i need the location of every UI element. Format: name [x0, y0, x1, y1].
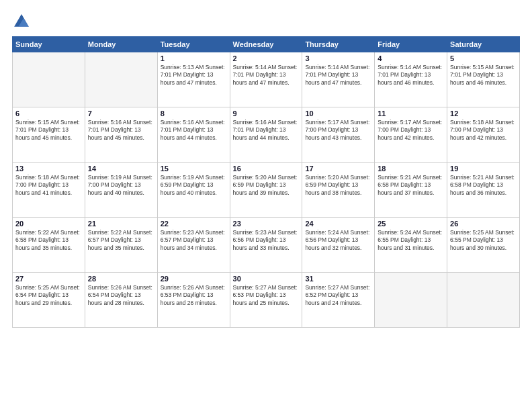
day-info: Sunrise: 5:20 AM Sunset: 6:59 PM Dayligh… — [305, 174, 371, 197]
calendar-day-cell: 23Sunrise: 5:23 AM Sunset: 6:56 PM Dayli… — [230, 218, 302, 273]
calendar-day-cell: 19Sunrise: 5:21 AM Sunset: 6:58 PM Dayli… — [447, 163, 520, 218]
day-info: Sunrise: 5:18 AM Sunset: 7:00 PM Dayligh… — [15, 174, 82, 197]
day-number: 19 — [450, 165, 517, 173]
day-number: 9 — [233, 109, 300, 118]
day-info: Sunrise: 5:15 AM Sunset: 7:01 PM Dayligh… — [450, 64, 517, 87]
day-info: Sunrise: 5:20 AM Sunset: 6:59 PM Dayligh… — [233, 174, 300, 197]
calendar-day-cell: 22Sunrise: 5:23 AM Sunset: 6:57 PM Dayli… — [157, 218, 230, 273]
weekday-header: Wednesday — [230, 37, 302, 52]
weekday-header: Sunday — [13, 37, 85, 52]
calendar-week-row: 20Sunrise: 5:22 AM Sunset: 6:58 PM Dayli… — [13, 218, 520, 273]
calendar-week-row: 6Sunrise: 5:15 AM Sunset: 7:01 PM Daylig… — [13, 107, 520, 163]
day-info: Sunrise: 5:24 AM Sunset: 6:55 PM Dayligh… — [378, 229, 444, 252]
calendar-day-cell: 4Sunrise: 5:14 AM Sunset: 7:01 PM Daylig… — [375, 52, 447, 107]
day-number: 15 — [161, 165, 227, 173]
day-info: Sunrise: 5:19 AM Sunset: 6:59 PM Dayligh… — [161, 174, 227, 197]
day-number: 14 — [88, 165, 154, 173]
day-info: Sunrise: 5:16 AM Sunset: 7:01 PM Dayligh… — [88, 119, 154, 142]
day-info: Sunrise: 5:23 AM Sunset: 6:56 PM Dayligh… — [233, 229, 300, 252]
day-number: 17 — [305, 165, 371, 173]
calendar-day-cell — [447, 273, 520, 328]
calendar-day-cell: 24Sunrise: 5:24 AM Sunset: 6:56 PM Dayli… — [302, 218, 375, 273]
day-number: 13 — [15, 165, 82, 173]
day-number: 12 — [450, 109, 517, 118]
calendar-day-cell: 12Sunrise: 5:18 AM Sunset: 7:00 PM Dayli… — [447, 107, 520, 163]
day-info: Sunrise: 5:25 AM Sunset: 6:55 PM Dayligh… — [450, 229, 517, 252]
day-number: 31 — [305, 275, 371, 283]
calendar-day-cell — [85, 52, 157, 107]
day-info: Sunrise: 5:18 AM Sunset: 7:00 PM Dayligh… — [450, 119, 517, 142]
day-number: 6 — [15, 109, 82, 118]
weekday-header: Monday — [85, 37, 157, 52]
day-number: 2 — [233, 54, 300, 62]
calendar-day-cell: 25Sunrise: 5:24 AM Sunset: 6:55 PM Dayli… — [375, 218, 447, 273]
day-number: 30 — [233, 275, 300, 283]
day-info: Sunrise: 5:14 AM Sunset: 7:01 PM Dayligh… — [305, 64, 371, 87]
calendar-week-row: 1Sunrise: 5:13 AM Sunset: 7:01 PM Daylig… — [13, 52, 520, 107]
calendar-day-cell: 8Sunrise: 5:16 AM Sunset: 7:01 PM Daylig… — [157, 107, 230, 163]
day-number: 16 — [233, 165, 300, 173]
header — [12, 12, 520, 31]
day-info: Sunrise: 5:27 AM Sunset: 6:53 PM Dayligh… — [233, 284, 300, 307]
calendar-day-cell: 9Sunrise: 5:16 AM Sunset: 7:01 PM Daylig… — [230, 107, 302, 163]
calendar-day-cell: 21Sunrise: 5:22 AM Sunset: 6:57 PM Dayli… — [85, 218, 157, 273]
day-info: Sunrise: 5:21 AM Sunset: 6:58 PM Dayligh… — [378, 174, 444, 197]
day-number: 26 — [450, 220, 517, 228]
calendar-week-row: 13Sunrise: 5:18 AM Sunset: 7:00 PM Dayli… — [13, 163, 520, 218]
day-number: 25 — [378, 220, 444, 228]
day-number: 22 — [161, 220, 227, 228]
day-info: Sunrise: 5:23 AM Sunset: 6:57 PM Dayligh… — [161, 229, 227, 252]
day-number: 10 — [305, 109, 371, 118]
day-number: 3 — [305, 54, 371, 62]
day-number: 18 — [378, 165, 444, 173]
calendar-day-cell: 28Sunrise: 5:26 AM Sunset: 6:54 PM Dayli… — [85, 273, 157, 328]
day-number: 24 — [305, 220, 371, 228]
weekday-header: Saturday — [447, 37, 520, 52]
day-info: Sunrise: 5:22 AM Sunset: 6:58 PM Dayligh… — [15, 229, 82, 252]
calendar-day-cell: 18Sunrise: 5:21 AM Sunset: 6:58 PM Dayli… — [375, 163, 447, 218]
calendar-day-cell: 31Sunrise: 5:27 AM Sunset: 6:52 PM Dayli… — [302, 273, 375, 328]
logo — [12, 12, 34, 31]
calendar-day-cell: 13Sunrise: 5:18 AM Sunset: 7:00 PM Dayli… — [13, 163, 85, 218]
calendar-day-cell: 11Sunrise: 5:17 AM Sunset: 7:00 PM Dayli… — [375, 107, 447, 163]
calendar-day-cell: 5Sunrise: 5:15 AM Sunset: 7:01 PM Daylig… — [447, 52, 520, 107]
weekday-header: Friday — [375, 37, 447, 52]
day-info: Sunrise: 5:25 AM Sunset: 6:54 PM Dayligh… — [15, 284, 82, 307]
calendar-header-row: SundayMondayTuesdayWednesdayThursdayFrid… — [13, 37, 520, 52]
calendar-day-cell: 15Sunrise: 5:19 AM Sunset: 6:59 PM Dayli… — [157, 163, 230, 218]
day-info: Sunrise: 5:16 AM Sunset: 7:01 PM Dayligh… — [161, 119, 227, 142]
calendar-day-cell: 10Sunrise: 5:17 AM Sunset: 7:00 PM Dayli… — [302, 107, 375, 163]
day-number: 5 — [450, 54, 517, 62]
calendar-day-cell: 1Sunrise: 5:13 AM Sunset: 7:01 PM Daylig… — [157, 52, 230, 107]
day-number: 23 — [233, 220, 300, 228]
calendar-day-cell: 20Sunrise: 5:22 AM Sunset: 6:58 PM Dayli… — [13, 218, 85, 273]
calendar-day-cell: 3Sunrise: 5:14 AM Sunset: 7:01 PM Daylig… — [302, 52, 375, 107]
day-number: 1 — [161, 54, 227, 62]
day-number: 11 — [378, 109, 444, 118]
weekday-header: Tuesday — [157, 37, 230, 52]
calendar-day-cell — [13, 52, 85, 107]
day-info: Sunrise: 5:26 AM Sunset: 6:54 PM Dayligh… — [88, 284, 154, 307]
calendar-day-cell: 17Sunrise: 5:20 AM Sunset: 6:59 PM Dayli… — [302, 163, 375, 218]
day-info: Sunrise: 5:13 AM Sunset: 7:01 PM Dayligh… — [161, 64, 227, 87]
logo-icon — [12, 12, 31, 31]
day-number: 21 — [88, 220, 154, 228]
calendar-day-cell: 6Sunrise: 5:15 AM Sunset: 7:01 PM Daylig… — [13, 107, 85, 163]
weekday-header: Thursday — [302, 37, 375, 52]
day-info: Sunrise: 5:15 AM Sunset: 7:01 PM Dayligh… — [15, 119, 82, 142]
page: SundayMondayTuesdayWednesdayThursdayFrid… — [0, 0, 532, 411]
day-info: Sunrise: 5:17 AM Sunset: 7:00 PM Dayligh… — [378, 119, 444, 142]
day-info: Sunrise: 5:22 AM Sunset: 6:57 PM Dayligh… — [88, 229, 154, 252]
day-number: 4 — [378, 54, 444, 62]
calendar-week-row: 27Sunrise: 5:25 AM Sunset: 6:54 PM Dayli… — [13, 273, 520, 328]
day-info: Sunrise: 5:19 AM Sunset: 7:00 PM Dayligh… — [88, 174, 154, 197]
calendar-day-cell: 30Sunrise: 5:27 AM Sunset: 6:53 PM Dayli… — [230, 273, 302, 328]
calendar-day-cell — [375, 273, 447, 328]
calendar-day-cell: 14Sunrise: 5:19 AM Sunset: 7:00 PM Dayli… — [85, 163, 157, 218]
day-info: Sunrise: 5:17 AM Sunset: 7:00 PM Dayligh… — [305, 119, 371, 142]
calendar-day-cell: 26Sunrise: 5:25 AM Sunset: 6:55 PM Dayli… — [447, 218, 520, 273]
calendar-day-cell: 27Sunrise: 5:25 AM Sunset: 6:54 PM Dayli… — [13, 273, 85, 328]
day-number: 20 — [15, 220, 82, 228]
day-info: Sunrise: 5:16 AM Sunset: 7:01 PM Dayligh… — [233, 119, 300, 142]
day-number: 28 — [88, 275, 154, 283]
